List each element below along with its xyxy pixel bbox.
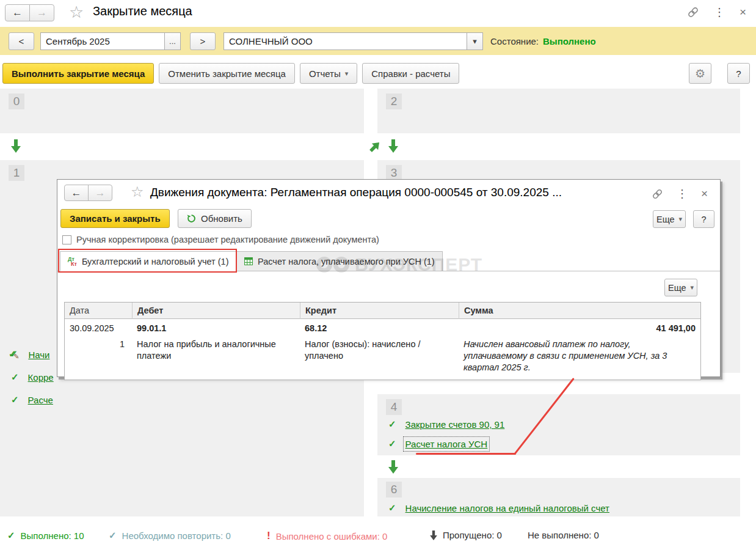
chevron-down-icon: ▾ — [691, 284, 694, 292]
cancel-closing-button[interactable]: Отменить закрытие месяца — [159, 63, 295, 84]
more-label: Еще — [668, 283, 686, 293]
scheme-block-4: 4 ✓ Закрытие счетов 90, 91 ✓ Расчет нало… — [377, 394, 740, 455]
dialog-close-icon[interactable]: × — [701, 187, 708, 200]
operation-link-usn-tax[interactable]: Расчет налога УСН — [405, 439, 488, 449]
table-header-row[interactable]: Дата Дебет Кредит Сумма — [65, 303, 700, 319]
dialog-favorite-star-icon[interactable]: ☆ — [131, 183, 144, 200]
operation-link-unified-tax-account[interactable]: Начисление налогов на единый налоговый с… — [405, 503, 609, 513]
check-icon: ✓ — [7, 530, 15, 541]
refresh-label: Обновить — [201, 213, 242, 224]
tab-usn-tax-calc[interactable]: Расчет налога, уплачиваемого при УСН (1) — [236, 251, 443, 271]
dialog-help-button[interactable]: ? — [693, 210, 714, 228]
prev-month-button[interactable]: < — [9, 32, 34, 50]
cell-date: 30.09.2025 — [65, 323, 132, 333]
settings-button[interactable]: ⚙ — [689, 63, 711, 84]
company-dropdown-button[interactable]: ▾ — [467, 33, 482, 50]
favorite-star-icon[interactable]: ☆ — [69, 2, 84, 22]
dialog-back-button[interactable]: ← — [64, 185, 89, 201]
table-row[interactable]: 1 Налог на прибыль и аналогичные платежи… — [65, 337, 700, 380]
company-value: СОЛНЕЧНЫЙ ООО — [224, 36, 467, 46]
check-icon: ✓ — [109, 530, 117, 541]
period-picker-button[interactable]: ... — [164, 33, 180, 50]
page-title: Закрытие месяца — [93, 4, 192, 18]
next-month-button[interactable]: > — [190, 32, 216, 50]
table-row[interactable]: 30.09.2025 99.01.1 68.12 41 491,00 — [65, 319, 700, 337]
gear-icon: ⚙ — [695, 67, 705, 81]
save-and-close-button[interactable]: Записать и закрыть — [60, 209, 170, 228]
cell-credit-analytics: Налог (взносы): начислено / уплачено — [300, 339, 459, 373]
check-icon: ✓ — [388, 438, 396, 449]
col-header-sum: Сумма — [459, 303, 700, 319]
forward-icon: → — [37, 7, 47, 19]
chevron-down-icon: ▾ — [345, 70, 349, 78]
cell-debit-analytics: Налог на прибыль и аналогичные платежи — [132, 339, 300, 373]
tab-accounting-tax[interactable]: Дт Кт Бухгалтерский и налоговый учет (1) — [60, 251, 236, 271]
cell-debit-account: 99.01.1 — [132, 323, 300, 333]
check-icon: ✓ — [11, 372, 19, 383]
status-errors-label: Выполнено с ошибками: 0 — [276, 531, 388, 541]
back-button[interactable]: ← — [5, 4, 30, 21]
col-header-debit: Дебет — [132, 303, 300, 319]
references-button[interactable]: Справки - расчеты — [362, 63, 459, 84]
dialog-link-icon[interactable] — [652, 188, 663, 200]
status-not-done: Не выполнено: 0 — [528, 530, 599, 540]
scheme-block-6: 6 ✓ Начисление налогов на единый налогов… — [377, 478, 740, 516]
period-field[interactable]: Сентябрь 2025 ... — [40, 32, 181, 50]
link-icon[interactable] — [687, 6, 699, 18]
flow-arrow-down-icon — [11, 139, 21, 153]
status-not-done-label: Не выполнено: 0 — [528, 530, 599, 540]
dialog-more-button[interactable]: Еще ▾ — [653, 210, 686, 228]
reports-button[interactable]: Отчеты ▾ — [300, 63, 357, 84]
reports-label: Отчеты — [309, 68, 341, 79]
history-nav: ← → — [5, 4, 54, 21]
period-value: Сентябрь 2025 — [41, 36, 164, 46]
cell-credit-account: 68.12 — [300, 323, 459, 333]
operation-link-payroll[interactable]: Начи — [28, 350, 49, 360]
forward-button[interactable]: → — [29, 4, 54, 21]
refresh-icon — [187, 214, 196, 223]
exclamation-icon: ! — [267, 530, 271, 542]
operation-link-correction[interactable]: Корре — [28, 372, 54, 383]
help-button[interactable]: ? — [727, 63, 750, 84]
close-icon[interactable]: × — [740, 6, 746, 19]
block-number-badge: 1 — [9, 165, 24, 181]
check-icon: ✓ — [388, 419, 396, 430]
dialog-menu-dots-icon[interactable]: ⋮ — [677, 187, 688, 200]
operation-link-close-90-91[interactable]: Закрытие счетов 90, 91 — [405, 419, 505, 430]
back-icon: ← — [71, 187, 82, 199]
company-field[interactable]: СОЛНЕЧНЫЙ ООО ▾ — [224, 32, 483, 50]
manual-adjustment-checkbox[interactable] — [62, 235, 71, 244]
status-skipped-label: Пропущено: 0 — [443, 530, 502, 540]
col-header-date: Дата — [65, 306, 132, 315]
status-done: ✓ Выполнено: 10 — [7, 530, 84, 541]
status-skipped: Пропущено: 0 — [430, 530, 502, 540]
skipped-arrow-icon — [430, 530, 437, 540]
scheme-block-0: 0 ✓ Перепроведение документов — [0, 89, 364, 133]
flow-arrow-up-right-icon — [367, 139, 382, 154]
status-done-label: Выполнено: 10 — [21, 530, 84, 541]
more-label: Еще — [656, 215, 675, 224]
cell-line-number: 1 — [65, 339, 132, 373]
run-closing-button[interactable]: Выполнить закрытие месяца — [2, 63, 154, 84]
table-grid-icon — [244, 257, 253, 265]
flow-arrow-down-icon — [388, 460, 398, 474]
document-movements-dialog: ← → ☆ Движения документа: Регламентная о… — [57, 179, 721, 377]
menu-dots-icon[interactable]: ⋮ — [714, 6, 725, 19]
window-titlebar: ← → ☆ Закрытие месяца ⋮ × — [0, 0, 756, 26]
operation-link-calculation[interactable]: Расче — [28, 395, 53, 405]
status-repeat: ✓ Необходимо повторить: 0 — [109, 530, 231, 541]
status-repeat-label: Необходимо повторить: 0 — [122, 530, 231, 541]
dialog-forward-button[interactable]: → — [88, 185, 112, 201]
refresh-button[interactable]: Обновить — [178, 209, 252, 228]
scheme-block-2: 2 ✓ Расчет долей списания косвенных расх… — [377, 89, 740, 133]
state-label: Состояние: — [490, 36, 539, 46]
dialog-title: Движения документа: Регламентная операци… — [150, 186, 562, 199]
table-more-button[interactable]: Еще ▾ — [664, 279, 697, 296]
pencil-icon: ✎ — [13, 353, 19, 361]
flow-arrow-down-icon — [388, 139, 398, 153]
dialog-history-nav: ← → — [64, 185, 112, 201]
forward-icon: → — [95, 187, 106, 199]
block-number-badge: 2 — [386, 94, 402, 109]
check-icon: ✓ — [388, 502, 396, 513]
cell-comment: Начислен авансовый платеж по налогу, упл… — [459, 339, 700, 373]
